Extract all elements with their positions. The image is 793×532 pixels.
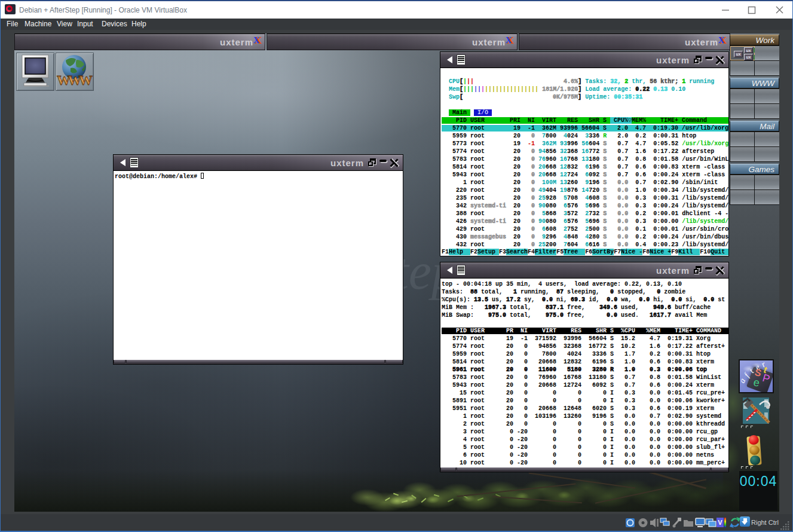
svg-text:WWW: WWW bbox=[57, 73, 93, 88]
